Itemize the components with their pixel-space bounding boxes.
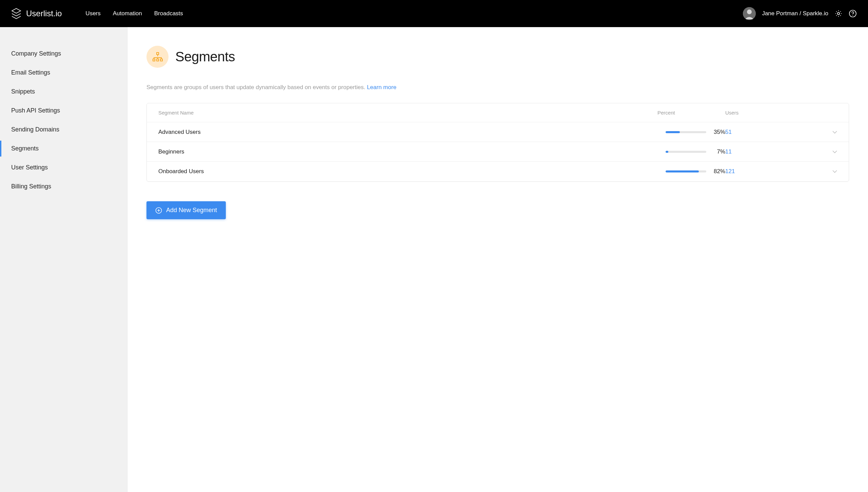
table-row[interactable]: Onboarded Users 82% 121 <box>147 162 849 181</box>
main: Segments Segments are groups of users th… <box>127 27 868 492</box>
page-description: Segments are groups of users that update… <box>146 84 849 91</box>
brand-name: Userlist.io <box>26 9 62 18</box>
segment-users: 51 <box>725 129 817 136</box>
percent-label: 82% <box>712 168 725 175</box>
sidebar-item-email-settings[interactable]: Email Settings <box>0 65 127 81</box>
svg-rect-7 <box>157 59 159 61</box>
chevron-down-icon[interactable] <box>832 129 837 135</box>
nav-automation[interactable]: Automation <box>113 10 142 17</box>
chevron-down-icon[interactable] <box>832 168 837 175</box>
svg-rect-5 <box>157 53 159 55</box>
segment-name: Beginners <box>158 148 657 155</box>
segment-name: Onboarded Users <box>158 168 657 175</box>
header: Userlist.io Users Automation Broadcasts … <box>0 0 868 27</box>
table-row[interactable]: Advanced Users 35% 51 <box>147 122 849 142</box>
sidebar-item-company-settings[interactable]: Company Settings <box>0 46 127 62</box>
svg-point-1 <box>747 9 752 14</box>
help-icon[interactable] <box>849 9 857 18</box>
plus-circle-icon <box>155 207 162 214</box>
segment-name: Advanced Users <box>158 129 657 136</box>
segment-percent: 7% <box>657 148 725 155</box>
sidebar-item-push-api-settings[interactable]: Push API Settings <box>0 103 127 119</box>
col-header-percent: Percent <box>657 110 725 116</box>
gear-icon[interactable] <box>834 9 843 18</box>
logo-icon <box>11 8 21 19</box>
segment-users: 121 <box>725 168 817 175</box>
header-right: Jane Portman / Sparkle.io <box>743 7 857 20</box>
progress-bar <box>666 170 706 172</box>
description-text: Segments are groups of users that update… <box>146 84 367 90</box>
learn-more-link[interactable]: Learn more <box>367 84 396 90</box>
users-link[interactable]: 51 <box>725 129 732 135</box>
col-header-users: Users <box>725 110 817 116</box>
logo[interactable]: Userlist.io <box>11 8 62 19</box>
percent-label: 35% <box>712 129 725 136</box>
svg-rect-8 <box>160 59 162 61</box>
svg-point-2 <box>837 13 840 15</box>
avatar[interactable] <box>743 7 756 20</box>
sidebar-item-billing-settings[interactable]: Billing Settings <box>0 179 127 194</box>
svg-rect-6 <box>153 59 155 61</box>
percent-label: 7% <box>712 148 725 155</box>
segments-icon <box>146 46 169 68</box>
nav-broadcasts[interactable]: Broadcasts <box>154 10 183 17</box>
table-row[interactable]: Beginners 7% 11 <box>147 142 849 162</box>
col-header-name: Segment Name <box>158 110 657 116</box>
segments-table: Segment Name Percent Users Advanced User… <box>146 103 849 182</box>
add-segment-label: Add New Segment <box>166 207 217 214</box>
nav-users[interactable]: Users <box>85 10 100 17</box>
sidebar: Company SettingsEmail SettingsSnippetsPu… <box>0 27 127 492</box>
chevron-down-icon[interactable] <box>832 148 837 155</box>
nav: Users Automation Broadcasts <box>85 10 183 17</box>
svg-point-4 <box>852 15 853 16</box>
sidebar-item-snippets[interactable]: Snippets <box>0 84 127 100</box>
layout: Company SettingsEmail SettingsSnippetsPu… <box>0 27 868 492</box>
page-header: Segments <box>146 46 849 68</box>
progress-bar <box>666 131 706 133</box>
user-label[interactable]: Jane Portman / Sparkle.io <box>762 10 828 17</box>
segment-users: 11 <box>725 148 817 155</box>
segment-percent: 35% <box>657 129 725 136</box>
progress-bar <box>666 151 706 153</box>
page-title: Segments <box>175 49 235 64</box>
sidebar-item-sending-domains[interactable]: Sending Domains <box>0 122 127 138</box>
users-link[interactable]: 121 <box>725 168 735 175</box>
sidebar-item-segments[interactable]: Segments <box>0 141 127 157</box>
users-link[interactable]: 11 <box>725 148 732 155</box>
add-segment-button[interactable]: Add New Segment <box>146 201 226 219</box>
table-header: Segment Name Percent Users <box>147 103 849 122</box>
sidebar-item-user-settings[interactable]: User Settings <box>0 160 127 176</box>
segment-percent: 82% <box>657 168 725 175</box>
